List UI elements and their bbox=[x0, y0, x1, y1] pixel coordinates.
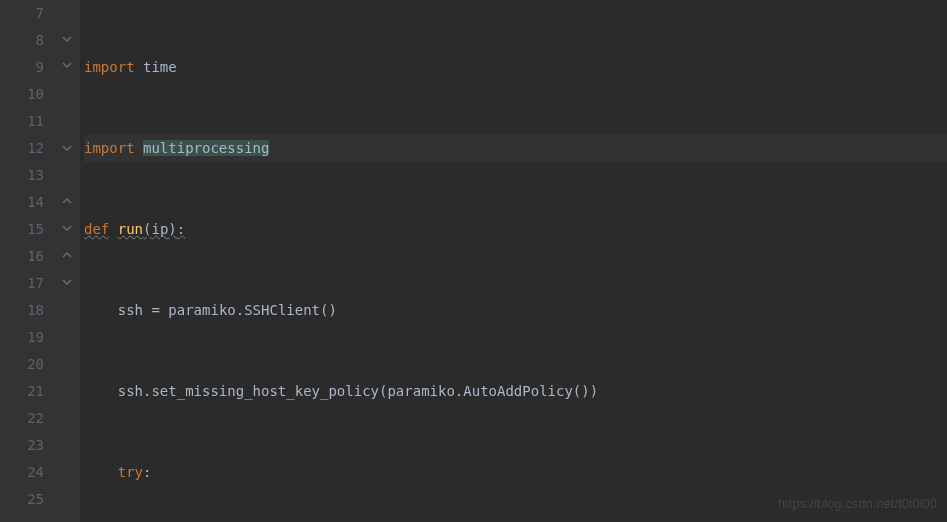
line-number: 19 bbox=[0, 324, 44, 351]
code-line[interactable]: ssh.set_missing_host_key_policy(paramiko… bbox=[84, 378, 947, 405]
code-line[interactable]: def run(ip): bbox=[84, 216, 947, 243]
code-editor[interactable]: 7 8 9 10 11 12 13 14 15 16 17 18 19 20 2… bbox=[0, 0, 947, 522]
line-number: 12 bbox=[0, 135, 44, 162]
line-number: 22 bbox=[0, 405, 44, 432]
line-number: 20 bbox=[0, 351, 44, 378]
line-number: 7 bbox=[0, 0, 44, 27]
line-number: 23 bbox=[0, 432, 44, 459]
fold-gutter bbox=[56, 0, 80, 522]
line-number: 10 bbox=[0, 81, 44, 108]
fold-close-icon[interactable] bbox=[62, 196, 72, 206]
watermark-text: https://blog.csdn.net/t0t0l00 bbox=[778, 490, 937, 517]
line-number-gutter: 7 8 9 10 11 12 13 14 15 16 17 18 19 20 2… bbox=[0, 0, 56, 522]
code-line[interactable]: import time bbox=[84, 54, 947, 81]
line-number: 9 bbox=[0, 54, 44, 81]
fold-close-icon[interactable] bbox=[62, 250, 72, 260]
fold-open-icon[interactable] bbox=[62, 143, 72, 153]
line-number: 18 bbox=[0, 297, 44, 324]
line-number: 24 bbox=[0, 459, 44, 486]
fold-open-icon[interactable] bbox=[62, 34, 72, 44]
line-number: 15 bbox=[0, 216, 44, 243]
fold-open-icon[interactable] bbox=[62, 60, 72, 70]
line-number: 17 bbox=[0, 270, 44, 297]
code-line[interactable]: ssh = paramiko.SSHClient() bbox=[84, 297, 947, 324]
line-number: 25 bbox=[0, 486, 44, 513]
fold-open-icon[interactable] bbox=[62, 277, 72, 287]
code-line[interactable]: try: bbox=[84, 459, 947, 486]
code-line[interactable]: import multiprocessing bbox=[84, 135, 947, 162]
fold-open-icon[interactable] bbox=[62, 223, 72, 233]
code-content[interactable]: import time import multiprocessing def r… bbox=[80, 0, 947, 522]
line-number: 21 bbox=[0, 378, 44, 405]
line-number: 14 bbox=[0, 189, 44, 216]
line-number: 11 bbox=[0, 108, 44, 135]
line-number: 16 bbox=[0, 243, 44, 270]
line-number: 8 bbox=[0, 27, 44, 54]
line-number: 13 bbox=[0, 162, 44, 189]
